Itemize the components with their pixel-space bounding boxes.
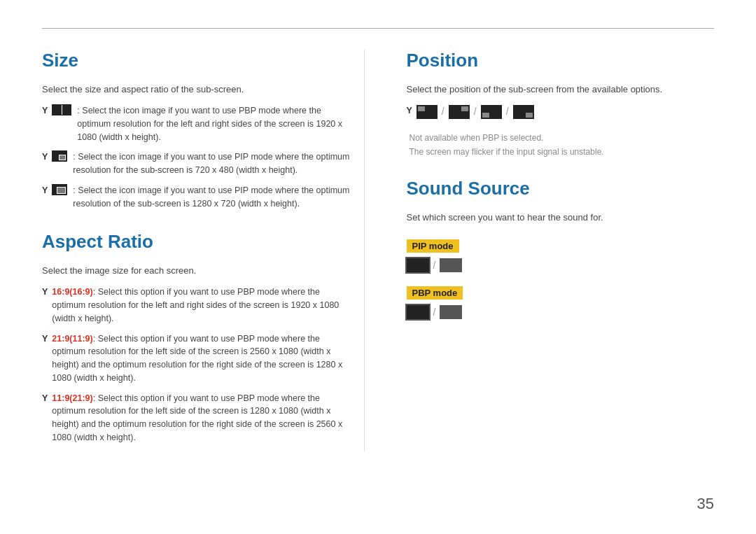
bullet-y-2: Y xyxy=(42,150,48,164)
aspect-bullet-3-text: 11:9(21:9): Select this option if you wa… xyxy=(52,392,349,444)
pip-sound-icons: / xyxy=(407,258,715,272)
ar-bullet-y-1: Y xyxy=(42,286,48,299)
position-note-2: The screen may flicker if the input sign… xyxy=(407,147,715,157)
pbp-wide-icon-shape xyxy=(52,104,71,115)
pip-slash: / xyxy=(433,260,436,271)
left-column: Size Select the size and aspect ratio of… xyxy=(42,50,365,451)
pip-main-icon-active xyxy=(407,258,429,272)
pip-sub-icon xyxy=(440,258,462,272)
sound-source-intro: Set which screen you want to hear the so… xyxy=(407,212,715,223)
slash-2: / xyxy=(474,104,477,119)
pip-large-icon xyxy=(52,184,70,195)
pbp-sub-icon xyxy=(440,305,462,319)
size-section: Size Select the size and aspect ratio of… xyxy=(42,50,350,210)
slash-3: / xyxy=(506,104,509,119)
page-container: Size Select the size and aspect ratio of… xyxy=(0,0,756,493)
bullet-y-3: Y xyxy=(42,184,48,197)
position-icons: / / / xyxy=(416,104,534,119)
pbp-sound-icons: / xyxy=(407,305,715,319)
page-number: 35 xyxy=(697,495,714,513)
position-intro: Select the position of the sub-screen fr… xyxy=(407,84,715,94)
pos-icon-top-right xyxy=(449,105,470,119)
pbp-mode-label: PBP mode xyxy=(407,286,463,300)
sound-source-title: Sound Source xyxy=(407,178,715,199)
right-column: Position Select the position of the sub-… xyxy=(393,50,715,451)
aspect-bullet-1: Y 16:9(16:9): Select this option if you … xyxy=(42,286,350,325)
slash-1: / xyxy=(442,104,444,119)
aspect-bullet-2: Y 21:9(11:9): Select this option if you … xyxy=(42,332,350,385)
pos-bullet-y: Y xyxy=(407,104,412,118)
pbp-slash: / xyxy=(433,307,436,318)
ratio-label-2: 21:9(11:9) xyxy=(52,334,92,344)
two-column-layout: Size Select the size and aspect ratio of… xyxy=(42,50,714,451)
pip-small-icon xyxy=(52,150,70,162)
pip-mode-block: PIP mode / xyxy=(407,232,715,272)
size-bullet-2: Y : Select the icon image if you want to… xyxy=(42,150,350,177)
ar-bullet-y-2: Y xyxy=(42,332,48,346)
pbp-mode-block: PBP mode / xyxy=(407,279,715,319)
aspect-bullet-2-text: 21:9(11:9): Select this option if you wa… xyxy=(52,332,349,385)
size-bullet-2-text: : Select the icon image if you want to u… xyxy=(73,150,349,177)
size-bullet-1-text: : Select the icon image if you want to u… xyxy=(77,104,349,143)
aspect-ratio-title: Aspect Ratio xyxy=(42,231,350,253)
pos-icon-top-left xyxy=(416,105,438,119)
aspect-bullet-3: Y 11:9(21:9): Select this option if you … xyxy=(42,392,350,444)
pbp-wide-icon xyxy=(52,104,74,115)
aspect-ratio-section: Aspect Ratio Select the image size for e… xyxy=(42,231,350,444)
aspect-bullet-1-text: 16:9(16:9): Select this option if you wa… xyxy=(52,286,349,325)
pip-small-icon-shape xyxy=(52,150,67,162)
size-intro: Select the size and aspect ratio of the … xyxy=(42,84,350,94)
aspect-ratio-intro: Select the image size for each screen. xyxy=(42,265,350,276)
ratio-label-3: 11:9(21:9) xyxy=(52,393,92,403)
position-icons-row: Y / / / xyxy=(407,104,715,126)
position-section: Position Select the position of the sub-… xyxy=(407,50,715,157)
pos-icon-bottom-left xyxy=(481,105,502,119)
position-title: Position xyxy=(407,50,715,71)
size-title: Size xyxy=(42,50,350,71)
pbp-main-icon-active xyxy=(407,305,429,319)
position-note-1: Not available when PBP is selected. xyxy=(407,133,715,143)
ratio-label-1: 16:9(16:9) xyxy=(52,287,92,297)
bullet-y-1: Y xyxy=(42,104,48,118)
size-bullet-3-text: : Select the icon image if you want to u… xyxy=(73,184,349,211)
size-bullet-3: Y : Select the icon image if you want to… xyxy=(42,184,350,211)
pip-mode-label: PIP mode xyxy=(407,239,459,253)
sound-source-section: Sound Source Set which screen you want t… xyxy=(407,178,715,319)
top-divider xyxy=(42,28,714,29)
ar-bullet-y-3: Y xyxy=(42,392,48,405)
pos-icon-bottom-right xyxy=(513,105,534,119)
size-bullet-1: Y : Select the icon image if you want to… xyxy=(42,104,350,143)
pip-large-icon-shape xyxy=(52,184,67,195)
